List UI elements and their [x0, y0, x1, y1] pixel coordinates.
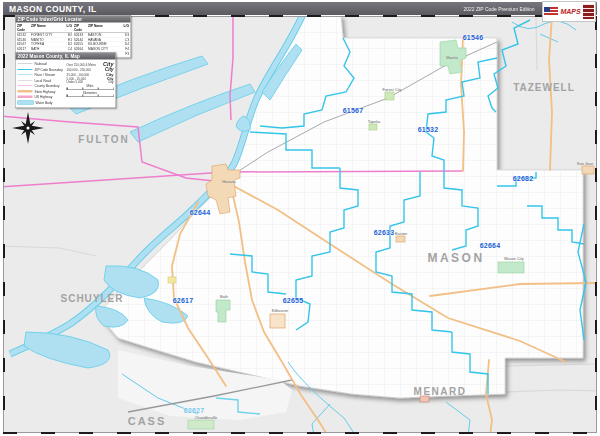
- town-label-kilbourne: Kilbourne: [272, 309, 288, 313]
- us-hwy-swatch: [18, 96, 33, 99]
- zip-index-header-row: ZIP Code ZIP Name L/G: [74, 24, 129, 33]
- urban-forest-city: [385, 92, 394, 100]
- urban-menard-village: [420, 396, 429, 402]
- railroad-swatch: [18, 64, 33, 65]
- zip-index-title: ZIP Code Index/Grid Locator: [16, 16, 131, 23]
- zip-label-62682: 62682: [513, 175, 533, 182]
- urban-chandlerville: [188, 420, 214, 429]
- zip-label-61546: 61546: [463, 34, 483, 41]
- county-label-cass: CASS: [128, 415, 167, 427]
- zip-label-62664: 62664: [480, 242, 500, 249]
- county-label-fulton: FULTON: [78, 134, 130, 145]
- urban-small-town: [168, 277, 176, 283]
- zip-label-61532: 61532: [418, 126, 438, 133]
- county-label-tazewell: TAZEWELL: [513, 82, 575, 93]
- county-label-mason: MASON: [427, 251, 484, 265]
- zip-label-62633: 62633: [374, 229, 394, 236]
- urban-topeka: [369, 124, 377, 130]
- map-sheet: MASON COUNTY, IL 2022 ZIP Code Premium E…: [0, 0, 600, 436]
- state-hwy-swatch: [18, 90, 33, 93]
- town-label-bath: Bath: [220, 295, 228, 299]
- title-bar: MASON COUNTY, IL 2022 ZIP Code Premium E…: [3, 2, 597, 15]
- zip-label-62617: 62617: [173, 297, 193, 304]
- zip-label-62644: 62644: [190, 209, 210, 216]
- publisher-logo: MAPS: [542, 1, 596, 22]
- zip-label-62655: 62655: [283, 297, 303, 304]
- town-label-san-jose: San Jose: [577, 161, 593, 165]
- zip-label-62627: 62627: [184, 407, 204, 414]
- urban-easton: [396, 236, 405, 242]
- city-class-row: Under 5,000City: [67, 80, 114, 83]
- town-label-chandlerville: Chandlerville: [195, 415, 218, 419]
- col-lg: L/G: [64, 24, 72, 33]
- zip-boundary-swatch: [18, 69, 33, 70]
- county-label-schuyler: SCHUYLER: [60, 293, 123, 304]
- county-boundary-swatch: [18, 86, 33, 87]
- town-label-mason-city: Mason City: [504, 257, 524, 261]
- urban-kilbourne: [270, 314, 285, 328]
- zip-index-header-row: ZIP Code ZIP Name L/G: [17, 24, 72, 33]
- water-swatch: [18, 100, 34, 104]
- urban-san-jose: [582, 166, 594, 174]
- col-name: ZIP Name: [31, 24, 64, 33]
- grid-ticks-right: [595, 16, 597, 433]
- county-label-menard: MENARD: [414, 386, 467, 397]
- flag-icon: [544, 7, 558, 16]
- logo-text: MAPS: [560, 8, 580, 15]
- edition-label: 2022 ZIP Code Premium Edition: [464, 7, 535, 13]
- legend-item: Water Body: [18, 100, 64, 106]
- map-key-lines: Railroad ZIP Code Boundary River / Strea…: [18, 61, 64, 105]
- town-label-manito: Manito: [446, 55, 458, 59]
- map-key-cities: Over 250,000 & MetroCity 100,000 - 250,0…: [67, 61, 114, 105]
- town-label-forest-city: Forest City: [383, 87, 402, 91]
- town-label-topeka: Topeka: [368, 119, 381, 123]
- town-label-havana: Havana: [222, 179, 235, 183]
- road-swatch: [18, 80, 33, 81]
- col-zip: ZIP Code: [17, 24, 31, 33]
- map-key-panel: 2022 Mason County, IL Map Railroad ZIP C…: [15, 52, 116, 108]
- urban-mason-city: [498, 262, 524, 273]
- town-label-easton: Easton: [395, 231, 407, 235]
- map-key-title: 2022 Mason County, IL Map: [16, 53, 116, 60]
- grid-ticks-left: [3, 16, 5, 433]
- stream-swatch: [18, 75, 33, 76]
- map-title: MASON COUNTY, IL: [3, 4, 97, 14]
- logo-info-box: [583, 4, 594, 19]
- scale-bar-miles: Miles: [67, 85, 114, 91]
- zip-label-61567: 61567: [343, 107, 363, 114]
- scale-bar-km: Kilometers: [67, 92, 114, 98]
- grid-ticks-bottom: [3, 432, 597, 434]
